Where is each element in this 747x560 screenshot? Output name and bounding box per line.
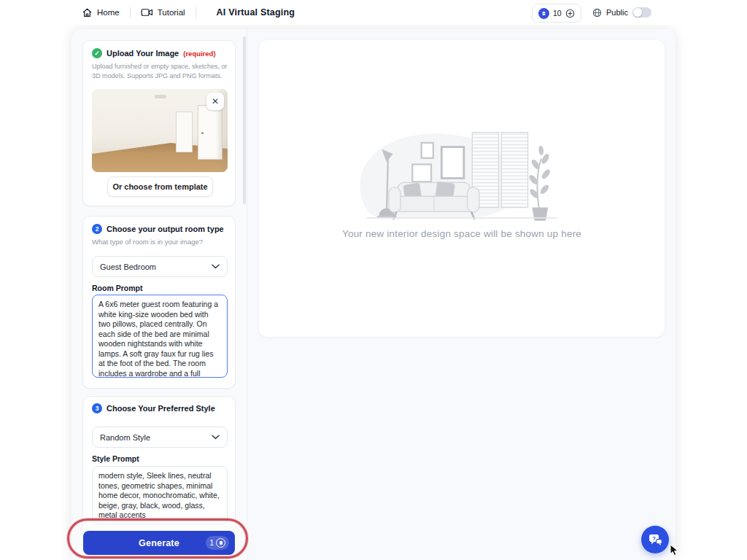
chevron-down-icon — [212, 435, 220, 440]
credit-coin-icon — [538, 8, 549, 19]
remove-image-button[interactable]: ✕ — [206, 93, 224, 110]
top-navigation: Home Tutorial AI Virtual Staging 10 Publ… — [0, 0, 747, 25]
public-toggle-group: Public — [592, 0, 651, 25]
upload-description: Upload furnished or empty space, sketche… — [92, 62, 229, 80]
step-3-badge: 3 — [92, 403, 102, 413]
generate-label: Generate — [139, 538, 179, 548]
check-circle-icon: ✓ — [92, 48, 102, 58]
generation-cost-badge: 1 — [206, 536, 229, 550]
home-icon — [82, 7, 93, 18]
uploaded-image-preview[interactable]: ✕ — [92, 89, 228, 172]
room-type-select[interactable]: Guest Bedroom — [92, 256, 228, 277]
preview-card: Your new interior design space will be s… — [259, 40, 665, 337]
living-room-illustration — [326, 116, 597, 225]
style-title: Choose Your Preferred Style — [107, 404, 215, 413]
step-2-badge: 2 — [92, 224, 102, 234]
upload-section-header: ✓ Upload Your Image (required) — [92, 48, 216, 58]
chat-bubbles-icon: ? — [648, 532, 663, 547]
preview-placeholder-text: Your new interior design space will be s… — [342, 228, 581, 239]
generate-button[interactable]: Generate 1 — [83, 531, 235, 555]
cost-coin-icon — [216, 538, 225, 548]
credits-badge[interactable]: 10 — [532, 4, 581, 23]
settings-panel: ✓ Upload Your Image (required) Upload fu… — [71, 29, 247, 560]
close-icon: ✕ — [212, 96, 219, 106]
style-header: 3 Choose Your Preferred Style — [92, 403, 215, 413]
style-select[interactable]: Random Style — [92, 427, 228, 448]
room-type-title: Choose your output room type — [107, 225, 224, 233]
room-prompt-label: Room Prompt — [92, 284, 142, 292]
video-icon — [141, 7, 153, 18]
cost-count: 1 — [209, 539, 214, 547]
style-prompt-label: Style Prompt — [92, 454, 139, 463]
door-knob — [201, 132, 204, 134]
room-door — [176, 112, 192, 152]
preview-area: Your new interior design space will be s… — [247, 29, 676, 560]
nav-tutorial[interactable]: Tutorial — [141, 7, 185, 18]
room-type-header: 2 Choose your output room type — [92, 224, 224, 234]
panel-scrollbar[interactable] — [243, 36, 246, 204]
chevron-down-icon — [212, 264, 220, 269]
room-prompt-input[interactable]: A 6x6 meter guest room featuring a white… — [92, 295, 228, 378]
public-label: Public — [606, 8, 628, 17]
svg-text:?: ? — [651, 535, 655, 542]
nav-left-group: Home Tutorial AI Virtual Staging — [82, 0, 295, 25]
add-credits-icon[interactable] — [565, 9, 575, 18]
globe-icon — [592, 8, 602, 18]
room-type-section: 2 Choose your output room type What type… — [82, 216, 236, 389]
public-toggle[interactable] — [632, 7, 651, 18]
nav-tutorial-label: Tutorial — [158, 8, 185, 17]
toggle-knob — [633, 8, 642, 17]
style-prompt-input[interactable]: modern style, Sleek lines, neutral tones… — [92, 466, 228, 524]
nav-divider — [130, 7, 131, 18]
nav-home-label: Home — [97, 8, 120, 17]
page-title: AI Virtual Staging — [217, 7, 295, 18]
nav-home[interactable]: Home — [82, 7, 120, 18]
room-type-question: What type of room is in your image? — [92, 238, 203, 246]
nav-divider — [196, 7, 196, 18]
upload-section: ✓ Upload Your Image (required) Upload fu… — [82, 40, 236, 206]
room-vent — [155, 95, 167, 98]
room-type-selected-value: Guest Bedroom — [100, 262, 212, 271]
choose-template-button[interactable]: Or choose from template — [107, 176, 213, 197]
main-content: ✓ Upload Your Image (required) Upload fu… — [71, 29, 676, 560]
credits-count: 10 — [553, 9, 562, 18]
help-chat-button[interactable]: ? — [641, 526, 669, 553]
required-tag: (required) — [183, 50, 215, 58]
style-selected-value: Random Style — [100, 433, 212, 442]
upload-title: Upload Your Image — [107, 49, 179, 58]
